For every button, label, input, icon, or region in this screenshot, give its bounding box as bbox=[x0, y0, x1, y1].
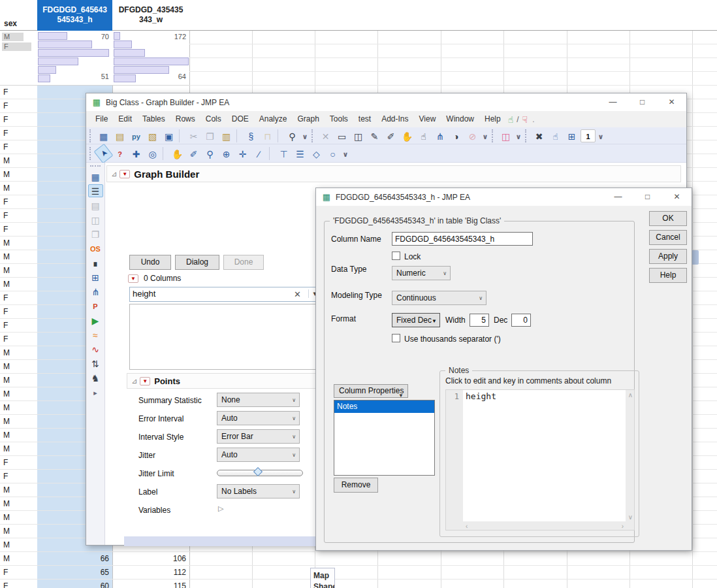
remove-button[interactable]: Remove bbox=[334, 478, 378, 493]
sex-cell[interactable]: F bbox=[3, 101, 8, 110]
sex-cell[interactable]: M bbox=[3, 348, 10, 357]
ok-button[interactable]: OK bbox=[649, 211, 687, 226]
variables-list[interactable] bbox=[129, 304, 319, 370]
annotate-tool-icon[interactable]: ☰ bbox=[293, 147, 308, 160]
apply-button[interactable]: Apply bbox=[649, 249, 687, 264]
delete-icon[interactable]: ✖ bbox=[532, 129, 547, 142]
help-tool-icon[interactable]: ? bbox=[112, 147, 127, 160]
toolbar-overflow-icon[interactable]: ∨ bbox=[342, 147, 349, 160]
sex-cell[interactable]: F bbox=[3, 307, 8, 316]
map-icon[interactable]: ≈ bbox=[88, 328, 103, 341]
weight-cell[interactable]: 115 bbox=[112, 581, 186, 588]
pointer-select-icon[interactable]: ☝ bbox=[548, 129, 563, 142]
data-type-select[interactable]: Numeric ∨ bbox=[392, 266, 451, 280]
red-triangle-menu-icon[interactable]: ▼ bbox=[119, 170, 130, 178]
sex-cell[interactable]: M bbox=[3, 417, 10, 426]
sex-cell[interactable]: F bbox=[3, 321, 8, 330]
hierarchy-icon[interactable]: ⋔ bbox=[432, 129, 447, 142]
powerpoint-export-icon[interactable]: P bbox=[88, 299, 103, 312]
sex-cell[interactable]: F bbox=[3, 472, 8, 481]
close-button[interactable]: ✕ bbox=[662, 188, 692, 206]
lasso-tool-icon[interactable]: ⚲ bbox=[202, 147, 217, 160]
sex-cell[interactable]: M bbox=[3, 499, 10, 508]
add-rows-icon[interactable]: ⊞ bbox=[564, 129, 579, 142]
column-header-weight[interactable]: DFGDGD_435435343_w bbox=[112, 0, 189, 31]
sex-cell[interactable]: M bbox=[3, 266, 10, 275]
lock-checkbox[interactable] bbox=[392, 252, 400, 260]
search-icon[interactable]: ⚲ bbox=[285, 129, 300, 142]
sex-cell[interactable]: F bbox=[3, 335, 8, 344]
split-columns-icon[interactable]: ◫ bbox=[498, 129, 513, 142]
disclosure-icon[interactable]: ⊿ bbox=[111, 170, 117, 178]
woodpecker-icon[interactable]: ♞ bbox=[88, 371, 103, 384]
sex-cell[interactable]: M bbox=[3, 389, 10, 399]
zoom-tool-icon[interactable]: ⊕ bbox=[219, 147, 234, 160]
sex-cell[interactable]: F bbox=[3, 225, 8, 234]
sex-cell[interactable]: F bbox=[3, 211, 8, 220]
scroll-right-icon[interactable]: › bbox=[622, 523, 624, 530]
slider-handle[interactable] bbox=[253, 467, 263, 476]
menu-help[interactable]: Help bbox=[479, 111, 506, 127]
weight-cell[interactable]: 112 bbox=[112, 568, 186, 577]
hand-tool-icon[interactable]: ✋ bbox=[170, 147, 185, 160]
format-dec-input[interactable] bbox=[511, 314, 531, 327]
column-header-sex[interactable]: sex bbox=[0, 0, 37, 31]
cancel-button[interactable]: Cancel bbox=[649, 230, 687, 245]
sex-cell[interactable]: F bbox=[3, 115, 8, 124]
sex-cell[interactable]: M bbox=[3, 431, 10, 440]
collapse-strip-icon[interactable]: ▸ bbox=[91, 385, 99, 399]
sex-cell[interactable]: F bbox=[3, 142, 8, 152]
format-width-input[interactable] bbox=[470, 314, 489, 327]
paste-icon[interactable]: ▥ bbox=[219, 129, 234, 142]
table-row[interactable]: M66106 bbox=[0, 552, 717, 566]
row-count-label[interactable]: 1 bbox=[581, 129, 596, 142]
save-icon[interactable]: ▣ bbox=[161, 129, 176, 142]
sex-cell[interactable]: M bbox=[3, 362, 10, 371]
format-select[interactable]: Fixed Dec ▼ bbox=[392, 313, 440, 327]
thumbs-down-icon[interactable]: ☟ bbox=[520, 114, 530, 125]
table-row[interactable]: F60115 bbox=[0, 580, 717, 588]
label-select[interactable]: No Labels∨ bbox=[217, 484, 300, 498]
sex-cell[interactable]: F bbox=[3, 197, 8, 206]
sex-cell[interactable]: M bbox=[3, 252, 10, 261]
sex-cell[interactable]: M bbox=[3, 376, 10, 385]
column-name-input[interactable] bbox=[392, 232, 533, 246]
sort-arrows-icon[interactable]: ⇅ bbox=[88, 357, 103, 370]
brush-tool-icon[interactable]: ✐ bbox=[186, 147, 201, 160]
weight-cell[interactable]: 106 bbox=[112, 554, 186, 563]
notes-content[interactable]: height bbox=[463, 390, 626, 521]
red-triangle-menu-icon[interactable]: ▼ bbox=[128, 274, 138, 283]
menu-cols[interactable]: Cols bbox=[200, 111, 227, 127]
sex-cell[interactable]: M bbox=[3, 170, 10, 179]
height-cell[interactable]: 66 bbox=[37, 554, 109, 563]
variable-filter-input[interactable] bbox=[133, 289, 283, 299]
line-tool-icon[interactable]: ∕ bbox=[251, 147, 266, 160]
interval-style-select[interactable]: Error Bar∨ bbox=[217, 429, 300, 444]
undo-button[interactable]: Undo bbox=[129, 255, 171, 270]
scroll-up-icon[interactable]: ∧ bbox=[628, 391, 633, 399]
thousands-separator-checkbox[interactable] bbox=[392, 334, 400, 342]
script-settings-icon[interactable]: § bbox=[244, 129, 259, 142]
dialog-button[interactable]: Dialog bbox=[175, 255, 219, 270]
menu-analyze[interactable]: Analyze bbox=[254, 111, 293, 127]
new-journal-icon[interactable]: ▤ bbox=[112, 129, 127, 142]
maximize-button[interactable]: □ bbox=[633, 188, 662, 206]
wand-icon[interactable]: ✐ bbox=[383, 129, 398, 142]
sex-cell[interactable]: M bbox=[3, 238, 10, 248]
menu-rows[interactable]: Rows bbox=[170, 111, 200, 127]
data-table-icon[interactable]: ▦ bbox=[88, 170, 103, 183]
maximize-button[interactable]: □ bbox=[628, 93, 657, 111]
arrow-tool-icon[interactable]: ➤ bbox=[94, 143, 114, 163]
sex-cell[interactable]: F bbox=[3, 568, 8, 577]
oval-tool-icon[interactable]: ○ bbox=[325, 147, 340, 160]
toolbar-overflow-icon[interactable]: ∨ bbox=[481, 129, 489, 142]
rectangle-select-icon[interactable]: ▭ bbox=[334, 129, 349, 142]
menu-edit[interactable]: Edit bbox=[113, 111, 137, 127]
column-properties-button[interactable]: Column Properties ▼ bbox=[334, 384, 408, 398]
sex-cell[interactable]: F bbox=[3, 88, 8, 97]
menu-window[interactable]: Window bbox=[441, 111, 479, 127]
polygon-tool-icon[interactable]: ◇ bbox=[309, 147, 324, 160]
thumbs-up-icon[interactable]: ☝ bbox=[506, 114, 516, 125]
run-script-icon[interactable]: ▶ bbox=[88, 314, 103, 327]
amos-icon[interactable]: OS bbox=[88, 242, 103, 255]
